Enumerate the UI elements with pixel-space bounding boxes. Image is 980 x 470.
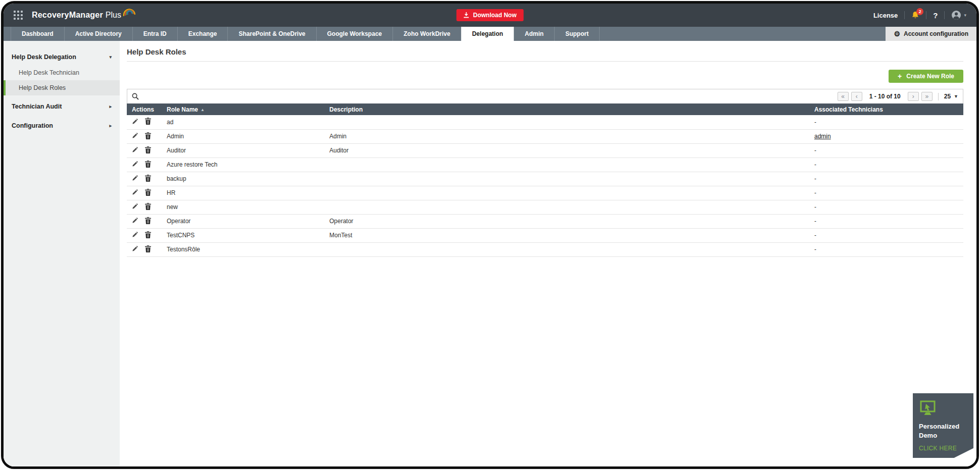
column-header-actions: Actions: [127, 103, 167, 115]
trash-icon: [145, 176, 151, 183]
main-content: Help Desk Roles + Create New Role « ‹: [120, 41, 976, 466]
account-configuration-label: Account configuration: [904, 30, 968, 37]
table-row: OperatorOperator-: [127, 214, 963, 228]
page-size-select[interactable]: 25 ▼: [944, 93, 958, 100]
delete-role-button[interactable]: [145, 161, 151, 169]
help-button[interactable]: ?: [933, 11, 938, 20]
apps-grid-icon[interactable]: [14, 11, 23, 20]
edit-role-button[interactable]: [132, 231, 138, 239]
associated-technician-link[interactable]: admin: [814, 133, 831, 140]
pencil-icon: [132, 133, 138, 140]
actions-cell: [127, 186, 167, 200]
pagination-first-button[interactable]: «: [838, 92, 849, 101]
pagination-prev-button[interactable]: ‹: [851, 92, 862, 101]
actions-cell: [127, 143, 167, 158]
edit-role-button[interactable]: [132, 203, 138, 211]
personalized-demo-widget[interactable]: Personalized Demo CLICK HERE: [913, 393, 973, 458]
tab-sharepoint-onedrive[interactable]: SharePoint & OneDrive: [228, 27, 316, 41]
page-title: Help Desk Roles: [127, 47, 963, 56]
table-row: ad-: [127, 115, 963, 129]
edit-role-button[interactable]: [132, 189, 138, 197]
associated-technicians-value: -: [814, 161, 816, 168]
delete-role-button[interactable]: [145, 189, 151, 197]
create-new-role-label: Create New Role: [906, 73, 954, 80]
table-row: TestonsRôle-: [127, 242, 963, 256]
tab-google-workspace[interactable]: Google Workspace: [317, 27, 393, 41]
column-header-role-name[interactable]: Role Name▲: [167, 103, 329, 115]
search-icon[interactable]: [132, 93, 139, 100]
description-cell: Operator: [329, 214, 814, 228]
edit-role-button[interactable]: [132, 175, 138, 183]
delete-role-button[interactable]: [145, 217, 151, 226]
sidebar-group-label: Configuration: [12, 122, 53, 129]
delete-role-button[interactable]: [145, 118, 151, 126]
license-link[interactable]: License: [873, 12, 898, 19]
tab-delegation[interactable]: Delegation: [461, 27, 514, 41]
delete-role-button[interactable]: [145, 231, 151, 240]
edit-role-button[interactable]: [132, 118, 138, 126]
sidebar: Help Desk Delegation ▾ Help Desk Technic…: [4, 41, 120, 466]
edit-role-button[interactable]: [132, 217, 138, 225]
tab-entra-id[interactable]: Entra ID: [133, 27, 178, 41]
delete-role-button[interactable]: [145, 132, 151, 141]
sidebar-item-help-desk-delegation[interactable]: Help Desk Delegation ▾: [4, 49, 120, 65]
associated-technicians-cell: -: [814, 186, 963, 200]
role-name-cell: ad: [167, 115, 329, 129]
gear-icon: ⚙: [894, 30, 900, 37]
edit-role-button[interactable]: [132, 146, 138, 154]
sidebar-item-configuration[interactable]: Configuration ▸: [4, 118, 120, 134]
tab-active-directory[interactable]: Active Directory: [65, 27, 133, 41]
role-name-cell: TestonsRôle: [167, 242, 329, 256]
tab-zoho-workdrive[interactable]: Zoho WorkDrive: [393, 27, 461, 41]
trash-icon: [145, 190, 151, 197]
sidebar-item-technician-audit[interactable]: Technician Audit ▸: [4, 98, 120, 115]
delete-role-button[interactable]: [145, 245, 151, 254]
associated-technicians-value: -: [814, 119, 816, 126]
edit-role-button[interactable]: [132, 245, 138, 253]
edit-role-button[interactable]: [132, 161, 138, 169]
app-window: RecoveryManager Plus Download Now Licens…: [1, 1, 979, 469]
pencil-icon: [132, 203, 138, 211]
associated-technicians-value: -: [814, 246, 816, 253]
trash-icon: [145, 218, 151, 226]
divider: [127, 61, 963, 62]
tab-support[interactable]: Support: [555, 27, 600, 41]
page-size-value: 25: [944, 93, 951, 100]
tab-admin[interactable]: Admin: [514, 27, 555, 41]
notifications-button[interactable]: 2: [911, 11, 919, 20]
role-name-cell: HR: [167, 186, 329, 200]
roles-table-block: « ‹ 1 - 10 of 10 › » 25 ▼: [127, 89, 963, 257]
column-header-associated-technicians[interactable]: Associated Technicians: [814, 103, 963, 115]
user-menu-button[interactable]: ▾: [951, 10, 966, 20]
delete-role-button[interactable]: [145, 175, 151, 183]
table-toolbar: « ‹ 1 - 10 of 10 › » 25 ▼: [127, 89, 963, 103]
pagination-next-button[interactable]: ›: [908, 92, 919, 101]
delete-role-button[interactable]: [145, 203, 151, 212]
divider: [926, 11, 926, 19]
pagination-last-button[interactable]: »: [921, 92, 933, 101]
column-header-description[interactable]: Description: [329, 103, 814, 115]
pencil-icon: [132, 246, 138, 253]
chevron-down-icon: ▾: [964, 13, 966, 18]
edit-role-button[interactable]: [132, 132, 138, 140]
account-configuration-button[interactable]: ⚙ Account configuration: [886, 27, 976, 41]
description-cell: [329, 200, 814, 214]
delete-role-button[interactable]: [145, 146, 151, 155]
trash-icon: [145, 133, 151, 141]
table-row: TestCNPSMonTest-: [127, 228, 963, 242]
table-row: AuditorAuditor-: [127, 143, 963, 158]
topbar-actions: License 2 ? ▾: [873, 10, 966, 20]
download-label: Download Now: [473, 12, 517, 19]
sidebar-item-help-desk-roles[interactable]: Help Desk Roles: [4, 80, 120, 95]
trash-icon: [145, 119, 151, 126]
tab-dashboard[interactable]: Dashboard: [11, 27, 65, 41]
associated-technicians-cell: -: [814, 172, 963, 186]
associated-technicians-cell: -: [814, 158, 963, 172]
role-name-cell: backup: [167, 172, 329, 186]
create-new-role-button[interactable]: + Create New Role: [889, 70, 963, 83]
download-now-button[interactable]: Download Now: [457, 9, 524, 21]
sidebar-item-help-desk-technician[interactable]: Help Desk Technician: [4, 65, 120, 80]
demo-click-here-link[interactable]: CLICK HERE: [919, 445, 967, 452]
associated-technicians-cell: -: [814, 115, 963, 129]
tab-exchange[interactable]: Exchange: [178, 27, 228, 41]
